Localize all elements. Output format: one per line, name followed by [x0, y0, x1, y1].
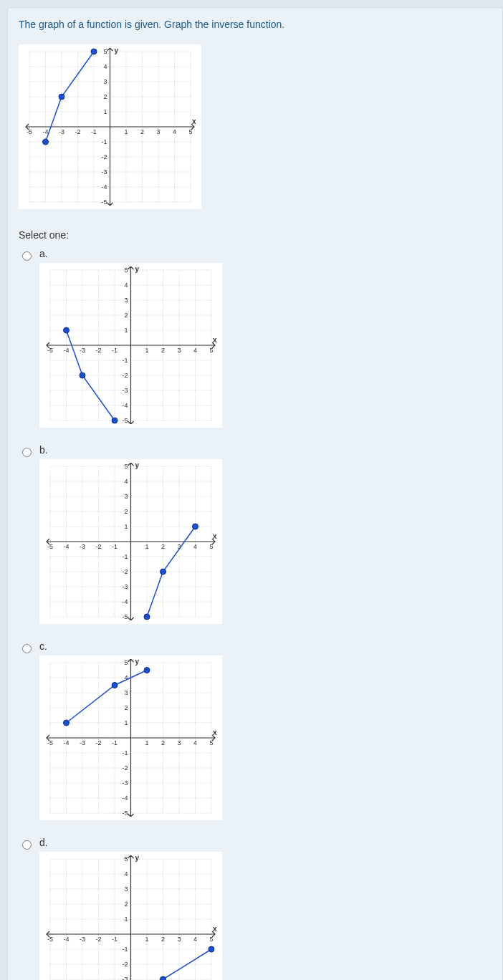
- option-c-radio[interactable]: [22, 644, 32, 653]
- given-graph: -5-4-3-2-112345-5-4-3-2-112345xy: [19, 44, 201, 209]
- svg-text:-5: -5: [27, 128, 32, 135]
- svg-text:-4: -4: [63, 739, 69, 746]
- svg-text:-5: -5: [47, 347, 53, 354]
- svg-point-194: [112, 683, 118, 688]
- svg-text:4: 4: [193, 739, 197, 746]
- svg-text:4: 4: [193, 347, 197, 354]
- option-c-label: c.: [39, 640, 222, 652]
- svg-text:-5: -5: [122, 417, 128, 424]
- option-d-label: d.: [39, 837, 222, 848]
- svg-text:2: 2: [124, 508, 128, 515]
- svg-text:1: 1: [103, 108, 107, 115]
- svg-text:x: x: [213, 729, 217, 736]
- svg-text:1: 1: [124, 523, 128, 530]
- svg-text:y: y: [115, 48, 119, 54]
- svg-text:2: 2: [124, 704, 128, 711]
- svg-text:-2: -2: [75, 128, 80, 135]
- svg-text:4: 4: [124, 870, 128, 878]
- svg-text:5: 5: [124, 855, 128, 863]
- svg-point-146: [193, 524, 198, 529]
- svg-text:-2: -2: [95, 347, 101, 354]
- svg-text:-4: -4: [122, 402, 128, 409]
- svg-text:-1: -1: [112, 543, 118, 550]
- svg-text:-1: -1: [101, 138, 107, 145]
- question-page: The graph of a function is given. Graph …: [7, 7, 503, 980]
- svg-text:-3: -3: [122, 976, 128, 980]
- svg-text:3: 3: [124, 493, 128, 500]
- svg-text:3: 3: [177, 739, 181, 746]
- svg-text:1: 1: [124, 128, 128, 135]
- option-c-row: c. -5-4-3-2-112345-5-4-3-2-112345xy: [19, 640, 492, 831]
- svg-text:-5: -5: [122, 613, 128, 620]
- option-b-graph: -5-4-3-2-112345-5-4-3-2-112345xy: [39, 459, 222, 624]
- svg-text:2: 2: [103, 93, 107, 100]
- svg-text:4: 4: [193, 543, 197, 550]
- svg-text:5: 5: [188, 128, 192, 135]
- svg-text:-4: -4: [101, 183, 107, 191]
- option-d-radio[interactable]: [22, 840, 32, 850]
- svg-text:-4: -4: [63, 936, 69, 943]
- svg-text:-3: -3: [101, 168, 107, 176]
- svg-text:3: 3: [124, 689, 128, 696]
- svg-text:2: 2: [140, 128, 144, 135]
- option-a-radio[interactable]: [22, 251, 32, 261]
- svg-text:5: 5: [124, 659, 128, 666]
- svg-text:5: 5: [124, 266, 128, 274]
- svg-text:-1: -1: [122, 553, 128, 560]
- svg-point-46: [43, 139, 49, 145]
- svg-text:-3: -3: [80, 739, 85, 746]
- svg-text:-1: -1: [122, 946, 128, 953]
- option-b-label: b.: [39, 444, 222, 456]
- svg-text:3: 3: [177, 347, 181, 354]
- svg-text:-4: -4: [42, 128, 48, 135]
- svg-text:5: 5: [209, 347, 213, 354]
- svg-text:y: y: [135, 855, 140, 862]
- svg-text:2: 2: [161, 543, 165, 550]
- svg-text:1: 1: [124, 916, 128, 923]
- svg-point-195: [144, 668, 150, 673]
- svg-text:-5: -5: [122, 810, 128, 817]
- svg-text:x: x: [213, 532, 217, 540]
- svg-text:x: x: [192, 117, 196, 125]
- svg-text:-3: -3: [80, 543, 85, 550]
- svg-text:-3: -3: [59, 128, 64, 135]
- svg-text:-3: -3: [80, 347, 85, 354]
- svg-text:3: 3: [177, 936, 181, 943]
- option-a-label: a.: [39, 248, 222, 259]
- svg-point-97: [112, 418, 118, 423]
- question-text: The graph of a function is given. Graph …: [19, 19, 492, 30]
- svg-text:2: 2: [161, 347, 165, 354]
- svg-text:-5: -5: [47, 543, 53, 550]
- svg-text:4: 4: [124, 282, 128, 289]
- option-c-graph: -5-4-3-2-112345-5-4-3-2-112345xy: [39, 655, 222, 820]
- svg-text:-2: -2: [95, 543, 101, 550]
- svg-point-193: [64, 720, 70, 726]
- svg-text:2: 2: [124, 900, 128, 908]
- svg-text:y: y: [135, 266, 140, 273]
- svg-text:-2: -2: [122, 764, 128, 772]
- svg-text:3: 3: [124, 297, 128, 304]
- svg-text:-4: -4: [122, 598, 128, 605]
- svg-point-47: [59, 94, 64, 100]
- svg-text:2: 2: [161, 936, 165, 943]
- svg-text:x: x: [213, 336, 217, 344]
- select-one-label: Select one:: [19, 229, 492, 241]
- svg-text:3: 3: [103, 78, 107, 85]
- svg-text:4: 4: [193, 936, 197, 943]
- svg-text:4: 4: [173, 128, 176, 135]
- svg-text:2: 2: [124, 312, 128, 319]
- svg-text:-1: -1: [122, 357, 128, 364]
- svg-text:2: 2: [161, 739, 165, 746]
- svg-text:5: 5: [209, 739, 213, 746]
- svg-text:1: 1: [145, 936, 148, 943]
- option-d-graph: -5-4-3-2-112345-5-4-3-2-112345xy: [39, 852, 222, 980]
- svg-text:-4: -4: [122, 794, 128, 802]
- svg-point-48: [91, 49, 97, 54]
- option-b-row: b. -5-4-3-2-112345-5-4-3-2-112345xy: [19, 444, 492, 635]
- svg-text:-5: -5: [101, 198, 107, 206]
- svg-text:-3: -3: [80, 936, 85, 943]
- option-b-radio[interactable]: [22, 448, 32, 457]
- svg-text:-2: -2: [122, 568, 128, 575]
- svg-text:4: 4: [124, 478, 128, 485]
- svg-text:-1: -1: [112, 936, 118, 943]
